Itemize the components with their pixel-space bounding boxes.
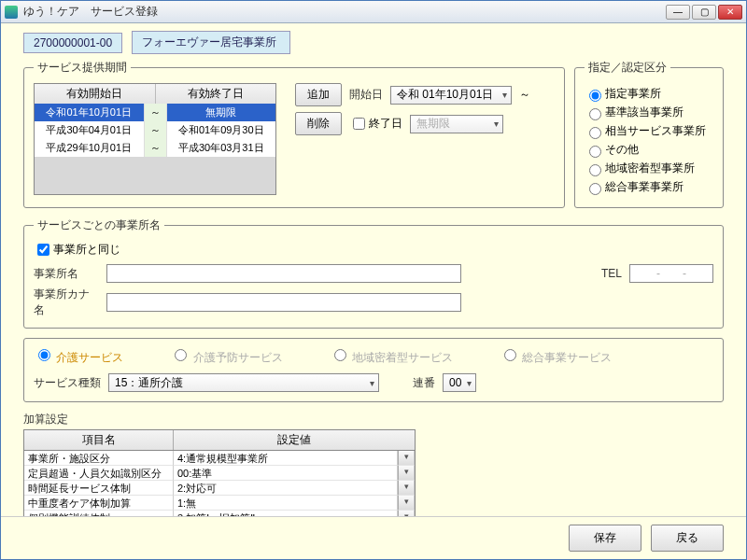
end-date-check[interactable]: 終了日: [349, 115, 402, 133]
addition-row[interactable]: 時間延長サービス体制2:対応可▾: [24, 481, 415, 496]
office-name-input[interactable]: [106, 264, 461, 283]
back-button[interactable]: 戻る: [651, 525, 724, 552]
designation-option[interactable]: 基準該当事業所: [585, 105, 713, 120]
addition-row[interactable]: 中重度者ケア体制加算1:無▾: [24, 496, 415, 511]
same-as-office-check[interactable]: 事業所と同じ: [34, 243, 120, 256]
tel-input[interactable]: [629, 264, 713, 283]
period-col-end: 有効終了日: [156, 84, 276, 104]
seq-label: 連番: [413, 375, 435, 391]
tel-label: TEL: [601, 267, 622, 280]
period-row[interactable]: 平成30年04月01日～令和01年09月30日: [35, 121, 275, 139]
start-date-label: 開始日: [349, 87, 383, 103]
window-title: ゆう！ケア サービス登録: [23, 4, 666, 20]
content-area: 2700000001-00 フォーエヴァー居宅事業所 サービス提供期間 有効開始…: [1, 23, 746, 516]
grid-col-name: 項目名: [24, 430, 174, 450]
maximize-button[interactable]: ▢: [692, 5, 716, 20]
designation-option[interactable]: 指定事業所: [585, 86, 713, 102]
designation-option[interactable]: 総合事業事業所: [585, 179, 713, 195]
designation-legend: 指定／認定区分: [585, 60, 670, 76]
seq-spinner[interactable]: 00: [443, 373, 476, 392]
addition-row[interactable]: 定員超過・人員欠如識別区分00:基準▾: [24, 466, 415, 481]
close-button[interactable]: ✕: [718, 5, 742, 20]
addition-grid: 項目名 設定値 事業所・施設区分4:通常規模型事業所▾定員超過・人員欠如識別区分…: [23, 429, 416, 516]
office-kana-input[interactable]: [106, 293, 461, 312]
addition-legend: 加算設定: [23, 412, 724, 427]
service-fieldset: 介護サービス 介護予防サービス 地域密着型サービス 総合事業サービス サービス種…: [23, 338, 724, 402]
period-row[interactable]: 平成29年10月01日～平成30年03月31日: [35, 139, 275, 157]
office-id: 2700000001-00: [23, 33, 122, 53]
addition-row[interactable]: 事業所・施設区分4:通常規模型事業所▾: [24, 451, 415, 466]
office-legend: サービスごとの事業所名: [34, 217, 164, 233]
period-fieldset: サービス提供期間 有効開始日 有効終了日 令和01年10月01日～無期限平成30…: [23, 60, 565, 208]
service-type-label: サービス種類: [34, 375, 101, 391]
service-category-radio[interactable]: 介護予防サービス: [170, 346, 282, 366]
period-row[interactable]: 令和01年10月01日～無期限: [35, 104, 275, 121]
period-legend: サービス提供期間: [34, 60, 131, 76]
office-fieldset: サービスごとの事業所名 事業所と同じ 事業所名 TEL 事業所カナ名: [23, 217, 724, 329]
delete-button[interactable]: 削除: [295, 112, 342, 135]
add-button[interactable]: 追加: [295, 83, 342, 106]
service-category-radio[interactable]: 介護サービス: [34, 346, 123, 366]
office-name: フォーエヴァー居宅事業所: [132, 31, 290, 54]
footer: 保存 戻る: [1, 516, 746, 559]
save-button[interactable]: 保存: [569, 525, 641, 552]
service-category-radio[interactable]: 地域密着型サービス: [330, 346, 453, 366]
service-category-radio[interactable]: 総合事業サービス: [500, 346, 612, 366]
designation-option[interactable]: 相当サービス事業所: [585, 123, 713, 139]
designation-fieldset: 指定／認定区分 指定事業所基準該当事業所相当サービス事業所その他地域密着型事業所…: [574, 60, 724, 208]
minimize-button[interactable]: —: [666, 5, 690, 20]
designation-option[interactable]: その他: [585, 142, 713, 158]
period-col-start: 有効開始日: [35, 84, 156, 104]
start-date-select[interactable]: 令和 01年10月01日: [390, 86, 512, 105]
addition-row[interactable]: 個別機能訓練体制3:加算Ⅰ＜旧加算Ⅱ＞▾: [24, 511, 415, 516]
titlebar: ゆう！ケア サービス登録 — ▢ ✕: [1, 1, 746, 23]
office-name-label: 事業所名: [34, 266, 99, 282]
end-date-select[interactable]: 無期限: [410, 115, 503, 133]
app-window: ゆう！ケア サービス登録 — ▢ ✕ 2700000001-00 フォーエヴァー…: [0, 0, 747, 560]
service-type-select[interactable]: 15：通所介護: [108, 373, 379, 392]
designation-option[interactable]: 地域密着型事業所: [585, 161, 713, 176]
app-icon: [5, 6, 18, 19]
grid-col-value: 設定値: [174, 430, 415, 450]
period-table[interactable]: 有効開始日 有効終了日 令和01年10月01日～無期限平成30年04月01日～令…: [34, 83, 276, 195]
office-kana-label: 事業所カナ名: [34, 287, 99, 318]
